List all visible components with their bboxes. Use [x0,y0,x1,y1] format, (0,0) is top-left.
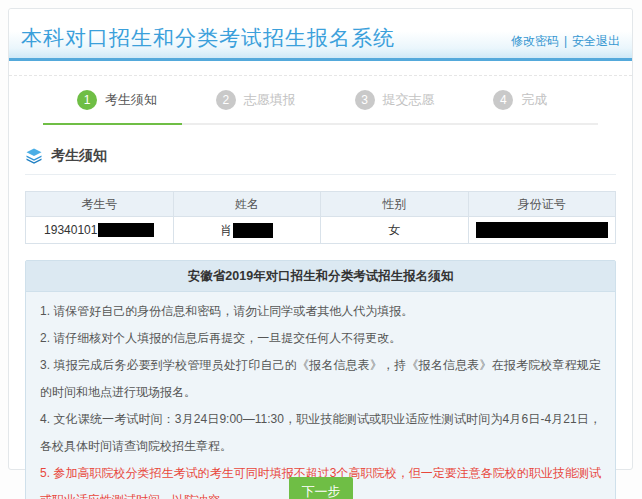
notice-panel: 安徽省2019年对口招生和分类考试招生报名须知 1. 请保管好自己的身份信息和密… [25,260,616,499]
step-number-badge: 2 [216,90,236,110]
progress-segment [321,123,460,125]
step-progress-line [43,123,598,125]
next-step-button[interactable]: 下一步 [289,477,353,499]
redaction-box [233,223,273,238]
notice-item-3: 3. 填报完成后务必要到学校管理员处打印自己的《报名信息表》，持《报名信息表》在… [40,352,601,406]
table-header-row: 考生号 姓名 性别 身份证号 [26,192,616,217]
step-number-badge: 4 [493,90,513,110]
step-submit-preferences[interactable]: 3 提交志愿 [321,90,460,110]
cell-name: 肖 [173,217,321,244]
table-row: 19340101 肖 女 [26,217,616,244]
notice-item-4: 4. 文化课统一考试时间：3月24日9:00—11:30，职业技能测试或职业适应… [40,406,601,460]
step-label: 完成 [521,91,547,109]
step-number-badge: 1 [77,90,97,110]
step-wizard: 1 考生须知 2 志愿填报 3 提交志愿 4 完成 [43,90,598,110]
col-header-name: 姓名 [173,192,321,217]
logout-link[interactable]: 安全退出 [572,34,620,48]
progress-segment [459,123,598,125]
step-label: 考生须知 [105,91,157,109]
header-links: 修改密码|安全退出 [511,33,620,54]
cell-id-number [468,217,616,244]
main-card: 本科对口招生和分类考试招生报名系统 修改密码|安全退出 1 考生须知 2 志愿填… [8,8,633,470]
change-password-link[interactable]: 修改密码 [511,34,559,48]
step-number-badge: 3 [355,90,375,110]
col-header-candidate-no: 考生号 [26,192,174,217]
section-heading: 考生须知 [25,147,616,175]
progress-segment-active [43,123,182,125]
notice-item-2: 2. 请仔细核对个人填报的信息后再提交，一旦提交任何人不得更改。 [40,325,601,352]
step-complete[interactable]: 4 完成 [459,90,598,110]
cell-candidate-no: 19340101 [26,217,174,244]
step-label: 志愿填报 [244,91,296,109]
progress-segment [182,123,321,125]
link-separator: | [564,34,567,48]
layers-icon [25,147,43,165]
gender-text: 女 [388,223,400,237]
notice-title: 安徽省2019年对口招生和分类考试招生报名须知 [26,261,615,292]
candidate-no-text: 19340101 [44,223,97,237]
redaction-box [476,222,608,238]
notice-item-1: 1. 请保管好自己的身份信息和密码，请勿让同学或者其他人代为填报。 [40,298,601,325]
name-text: 肖 [220,223,232,237]
cell-gender: 女 [321,217,469,244]
app-title: 本科对口招生和分类考试招生报名系统 [21,24,395,54]
redaction-box [98,223,154,237]
registration-system-page: 本科对口招生和分类考试招生报名系统 修改密码|安全退出 1 考生须知 2 志愿填… [0,0,642,499]
section-title: 考生须知 [51,147,107,165]
step-candidate-notice[interactable]: 1 考生须知 [43,90,182,110]
header-divider [9,75,632,76]
col-header-id-number: 身份证号 [468,192,616,217]
step-fill-preferences[interactable]: 2 志愿填报 [182,90,321,110]
page-header: 本科对口招生和分类考试招生报名系统 修改密码|安全退出 [9,9,632,61]
col-header-gender: 性别 [321,192,469,217]
step-label: 提交志愿 [383,91,435,109]
candidate-info-table: 考生号 姓名 性别 身份证号 19340101 肖 女 [25,191,616,244]
notice-body: 1. 请保管好自己的身份信息和密码，请勿让同学或者其他人代为填报。 2. 请仔细… [26,292,615,499]
